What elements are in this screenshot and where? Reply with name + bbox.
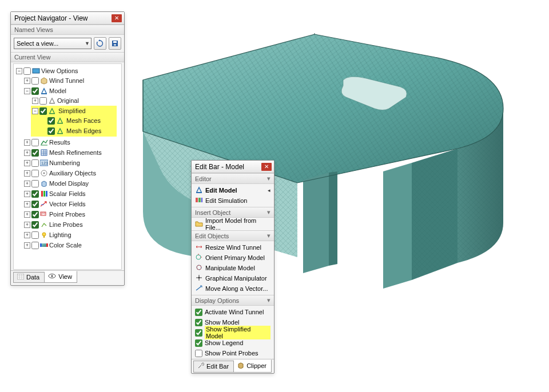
editbar-tabs: Edit Bar Clipper — [192, 359, 274, 375]
svg-rect-1 — [113, 41, 117, 43]
color-scale-checkbox[interactable] — [31, 242, 39, 249]
edit-simulation-item[interactable]: Edit Simulation — [192, 195, 274, 206]
expander-icon[interactable]: − — [24, 88, 30, 94]
expander-icon[interactable]: + — [24, 139, 30, 146]
results-checkbox[interactable] — [31, 139, 39, 146]
show-simplified-model-item[interactable]: Show Simplified Model — [192, 327, 274, 338]
resize-wind-tunnel-item[interactable]: Resize Wind Tunnel — [192, 242, 274, 253]
numbering-checkbox[interactable] — [31, 159, 39, 167]
expander-icon[interactable]: − — [32, 108, 38, 114]
svg-point-31 — [196, 255, 201, 259]
section-label: Editor — [195, 175, 212, 182]
show-point-probes-checkbox[interactable] — [195, 350, 202, 357]
close-icon[interactable]: ✕ — [112, 14, 122, 22]
show-point-probes-item[interactable]: Show Point Probes — [192, 348, 274, 358]
expander-icon[interactable]: + — [24, 78, 30, 84]
mesh-faces-checkbox[interactable] — [47, 117, 55, 125]
expander-icon[interactable]: + — [24, 222, 30, 228]
item-label: Orient Primary Model — [205, 254, 265, 261]
tree-label: Mesh Refinements — [49, 149, 102, 156]
tree-label: Simplified — [57, 107, 87, 114]
svg-rect-28 — [196, 198, 198, 202]
data-icon — [17, 274, 24, 281]
svg-point-19 — [42, 233, 46, 236]
chevron-down-icon[interactable]: ▾ — [267, 232, 270, 239]
show-model-checkbox[interactable] — [195, 319, 202, 326]
svg-rect-24 — [17, 274, 24, 279]
move-along-vector-item[interactable]: Move Along a Vector... — [192, 283, 274, 294]
close-icon[interactable]: ✕ — [261, 163, 272, 171]
show-simplified-checkbox[interactable] — [195, 329, 202, 337]
svg-rect-23 — [46, 243, 48, 247]
scalar-checkbox[interactable] — [31, 190, 39, 198]
expander-icon[interactable]: + — [24, 242, 30, 249]
model-checkbox[interactable] — [31, 87, 39, 95]
expander-icon[interactable]: + — [24, 191, 30, 197]
save-view-button[interactable] — [109, 37, 121, 50]
view-select-placeholder: Select a view... — [17, 40, 58, 47]
expander-icon[interactable]: + — [24, 201, 30, 207]
svg-rect-22 — [40, 243, 42, 247]
navigator-titlebar[interactable]: Project Navigator - View ✕ — [11, 12, 124, 25]
expander-icon[interactable]: + — [24, 211, 30, 218]
aux-objects-checkbox[interactable] — [31, 170, 39, 177]
expander-icon[interactable]: − — [16, 68, 22, 74]
point-probes-checkbox[interactable] — [31, 211, 39, 218]
tab-label: Edit Bar — [206, 363, 229, 370]
expander-icon[interactable]: + — [24, 160, 30, 166]
line-probes-checkbox[interactable] — [31, 221, 39, 229]
import-model-item[interactable]: Import Model from File... — [192, 219, 274, 229]
chevron-down-icon[interactable]: ▾ — [267, 297, 270, 304]
tab-edit-bar[interactable]: Edit Bar — [193, 361, 234, 373]
mesh-edges-checkbox[interactable] — [47, 127, 55, 135]
svg-point-34 — [198, 277, 200, 279]
chevron-down-icon[interactable]: ▾ — [267, 209, 270, 216]
expander-icon[interactable]: + — [24, 232, 30, 238]
refresh-view-button[interactable] — [94, 37, 106, 50]
item-label: Move Along a Vector... — [205, 285, 268, 292]
mesh-icon — [56, 117, 64, 125]
expander-icon[interactable]: + — [24, 170, 30, 177]
tree-label: Line Probes — [49, 221, 83, 228]
vector-checkbox[interactable] — [31, 201, 39, 208]
simplified-checkbox[interactable] — [39, 107, 47, 115]
svg-rect-5 — [49, 103, 55, 104]
item-label: Show Simplified Model — [205, 326, 270, 339]
editbar-title: Edit Bar - Model — [195, 161, 244, 173]
activate-checkbox[interactable] — [195, 309, 202, 316]
section-label: Display Options — [195, 297, 239, 304]
expander-icon[interactable]: + — [32, 98, 38, 104]
original-checkbox[interactable] — [39, 97, 47, 105]
viewport-3d[interactable] — [103, 17, 543, 297]
show-legend-checkbox[interactable] — [195, 339, 202, 347]
point-probe-icon: P? — [40, 210, 48, 218]
tab-clipper[interactable]: Clipper — [234, 359, 272, 373]
graphical-manipulator-item[interactable]: Graphical Manipulator — [192, 273, 274, 283]
editbar-titlebar[interactable]: Edit Bar - Model ✕ — [192, 161, 274, 173]
orient-model-item[interactable]: Orient Primary Model — [192, 253, 274, 263]
tab-data[interactable]: Data — [13, 272, 45, 283]
lighting-checkbox[interactable] — [31, 231, 39, 239]
tab-view[interactable]: View — [45, 271, 77, 283]
model-sub-icon — [48, 107, 56, 115]
tree-label: Mesh Faces — [65, 117, 102, 124]
item-label: Show Legend — [205, 339, 243, 346]
chevron-down-icon[interactable]: ▾ — [267, 175, 270, 182]
activate-wind-tunnel-item[interactable]: Activate Wind Tunnel — [192, 307, 274, 317]
vector-icon — [40, 200, 48, 208]
clipper-icon — [237, 362, 244, 370]
manipulate-model-item[interactable]: Manipulate Model — [192, 263, 274, 273]
view-options-checkbox[interactable] — [23, 67, 31, 75]
svg-rect-16 — [46, 191, 47, 197]
expander-icon[interactable]: + — [24, 181, 30, 187]
current-view-label: Current View — [14, 54, 50, 61]
svg-rect-29 — [198, 198, 201, 202]
expander-icon[interactable]: + — [24, 150, 30, 156]
wind-tunnel-checkbox[interactable] — [31, 77, 39, 85]
model-display-checkbox[interactable] — [31, 180, 39, 187]
edit-model-item[interactable]: Edit Model ◂ — [192, 185, 274, 195]
mesh-refine-checkbox[interactable] — [31, 149, 39, 157]
view-select-combo[interactable]: Select a view... ▼ — [14, 38, 92, 49]
svg-rect-3 — [33, 69, 39, 73]
view-tree[interactable]: − View Options + Wind Tunnel — [14, 66, 121, 251]
